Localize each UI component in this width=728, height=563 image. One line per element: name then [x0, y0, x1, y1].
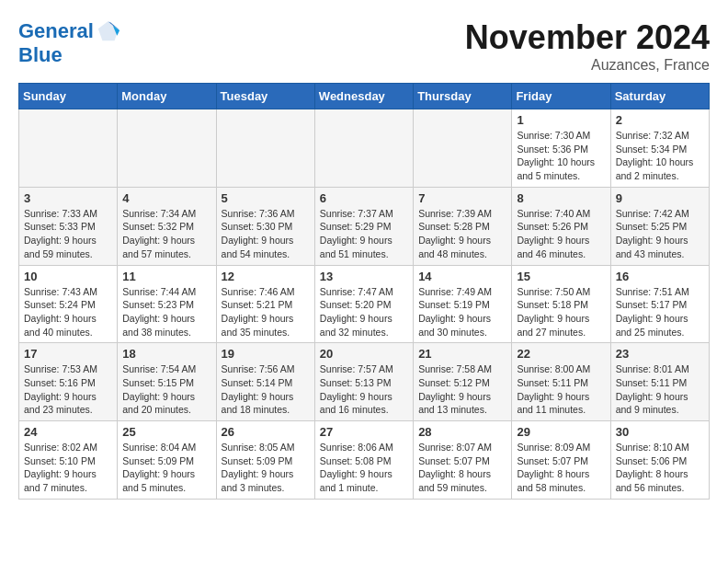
- day-number: 1: [517, 113, 605, 127]
- day-info: Sunrise: 7:40 AM Sunset: 5:26 PM Dayligh…: [517, 207, 605, 261]
- day-number: 2: [616, 113, 704, 127]
- logo: General Blue: [18, 18, 123, 66]
- calendar-cell: 17Sunrise: 7:53 AM Sunset: 5:16 PM Dayli…: [19, 343, 118, 421]
- day-info: Sunrise: 8:09 AM Sunset: 5:07 PM Dayligh…: [517, 441, 605, 495]
- calendar-cell: 29Sunrise: 8:09 AM Sunset: 5:07 PM Dayli…: [512, 421, 610, 500]
- day-header-monday: Monday: [118, 84, 216, 109]
- calendar-cell: 30Sunrise: 8:10 AM Sunset: 5:06 PM Dayli…: [610, 421, 709, 500]
- week-row-1: 1Sunrise: 7:30 AM Sunset: 5:36 PM Daylig…: [19, 109, 710, 188]
- calendar-cell: 28Sunrise: 8:07 AM Sunset: 5:07 PM Dayli…: [414, 421, 512, 500]
- calendar-cell: 9Sunrise: 7:42 AM Sunset: 5:25 PM Daylig…: [610, 187, 709, 265]
- day-info: Sunrise: 7:57 AM Sunset: 5:13 PM Dayligh…: [320, 362, 408, 417]
- day-info: Sunrise: 8:07 AM Sunset: 5:07 PM Dayligh…: [418, 441, 506, 495]
- day-info: Sunrise: 7:36 AM Sunset: 5:30 PM Dayligh…: [222, 207, 310, 261]
- day-info: Sunrise: 8:01 AM Sunset: 5:11 PM Dayligh…: [616, 362, 704, 417]
- day-info: Sunrise: 8:00 AM Sunset: 5:11 PM Dayligh…: [517, 362, 605, 417]
- logo-icon: [96, 18, 121, 44]
- day-info: Sunrise: 7:39 AM Sunset: 5:28 PM Dayligh…: [418, 207, 506, 261]
- header: General Blue November 2024 Auzances, Fra…: [18, 18, 710, 74]
- day-number: 3: [24, 191, 112, 205]
- calendar-table: SundayMondayTuesdayWednesdayThursdayFrid…: [18, 83, 710, 500]
- day-number: 17: [24, 347, 112, 361]
- day-info: Sunrise: 7:46 AM Sunset: 5:21 PM Dayligh…: [222, 285, 310, 339]
- location: Auzances, France: [465, 57, 710, 74]
- day-number: 18: [122, 347, 210, 361]
- week-row-3: 10Sunrise: 7:43 AM Sunset: 5:24 PM Dayli…: [19, 265, 710, 343]
- day-number: 13: [320, 270, 408, 283]
- day-info: Sunrise: 7:34 AM Sunset: 5:32 PM Dayligh…: [122, 207, 210, 261]
- day-header-tuesday: Tuesday: [216, 84, 314, 109]
- day-number: 22: [517, 347, 605, 361]
- day-number: 24: [24, 425, 112, 439]
- day-info: Sunrise: 7:43 AM Sunset: 5:24 PM Dayligh…: [24, 285, 112, 339]
- calendar-cell: [19, 109, 118, 188]
- calendar-cell: [118, 109, 216, 188]
- day-number: 4: [122, 191, 210, 205]
- month-title: November 2024: [465, 18, 710, 57]
- day-number: 27: [320, 425, 408, 439]
- calendar-cell: 15Sunrise: 7:50 AM Sunset: 5:18 PM Dayli…: [512, 265, 610, 343]
- day-number: 5: [222, 191, 310, 205]
- calendar-cell: 7Sunrise: 7:39 AM Sunset: 5:28 PM Daylig…: [414, 187, 512, 265]
- day-info: Sunrise: 8:10 AM Sunset: 5:06 PM Dayligh…: [616, 441, 704, 495]
- calendar-cell: 20Sunrise: 7:57 AM Sunset: 5:13 PM Dayli…: [314, 343, 413, 421]
- day-info: Sunrise: 7:42 AM Sunset: 5:25 PM Dayligh…: [616, 207, 704, 261]
- day-info: Sunrise: 8:02 AM Sunset: 5:10 PM Dayligh…: [24, 441, 112, 495]
- header-row: SundayMondayTuesdayWednesdayThursdayFrid…: [19, 84, 710, 109]
- calendar-cell: 27Sunrise: 8:06 AM Sunset: 5:08 PM Dayli…: [314, 421, 413, 500]
- day-info: Sunrise: 7:56 AM Sunset: 5:14 PM Dayligh…: [222, 362, 310, 417]
- calendar-cell: 3Sunrise: 7:33 AM Sunset: 5:33 PM Daylig…: [19, 187, 118, 265]
- day-info: Sunrise: 8:04 AM Sunset: 5:09 PM Dayligh…: [122, 441, 210, 495]
- calendar-cell: 4Sunrise: 7:34 AM Sunset: 5:32 PM Daylig…: [118, 187, 216, 265]
- day-number: 23: [616, 347, 704, 361]
- calendar-cell: 25Sunrise: 8:04 AM Sunset: 5:09 PM Dayli…: [118, 421, 216, 500]
- calendar-cell: 5Sunrise: 7:36 AM Sunset: 5:30 PM Daylig…: [216, 187, 314, 265]
- day-header-saturday: Saturday: [610, 84, 709, 109]
- title-area: November 2024 Auzances, France: [465, 18, 710, 74]
- calendar-cell: [314, 109, 413, 188]
- day-info: Sunrise: 8:06 AM Sunset: 5:08 PM Dayligh…: [320, 441, 408, 495]
- day-number: 30: [616, 425, 704, 439]
- calendar-cell: 22Sunrise: 8:00 AM Sunset: 5:11 PM Dayli…: [512, 343, 610, 421]
- day-info: Sunrise: 7:32 AM Sunset: 5:34 PM Dayligh…: [616, 129, 704, 183]
- calendar-cell: 18Sunrise: 7:54 AM Sunset: 5:15 PM Dayli…: [118, 343, 216, 421]
- day-header-sunday: Sunday: [19, 84, 118, 109]
- calendar-cell: 2Sunrise: 7:32 AM Sunset: 5:34 PM Daylig…: [610, 109, 709, 188]
- day-info: Sunrise: 7:50 AM Sunset: 5:18 PM Dayligh…: [517, 285, 605, 339]
- calendar-cell: 11Sunrise: 7:44 AM Sunset: 5:23 PM Dayli…: [118, 265, 216, 343]
- week-row-5: 24Sunrise: 8:02 AM Sunset: 5:10 PM Dayli…: [19, 421, 710, 500]
- logo-text2: Blue: [18, 44, 123, 66]
- calendar-cell: 16Sunrise: 7:51 AM Sunset: 5:17 PM Dayli…: [610, 265, 709, 343]
- day-number: 15: [517, 270, 605, 283]
- day-number: 19: [222, 347, 310, 361]
- day-number: 20: [320, 347, 408, 361]
- calendar-cell: 14Sunrise: 7:49 AM Sunset: 5:19 PM Dayli…: [414, 265, 512, 343]
- day-number: 21: [418, 347, 506, 361]
- day-number: 6: [320, 191, 408, 205]
- calendar-cell: 21Sunrise: 7:58 AM Sunset: 5:12 PM Dayli…: [414, 343, 512, 421]
- calendar-cell: 12Sunrise: 7:46 AM Sunset: 5:21 PM Dayli…: [216, 265, 314, 343]
- day-number: 28: [418, 425, 506, 439]
- calendar-cell: 23Sunrise: 8:01 AM Sunset: 5:11 PM Dayli…: [610, 343, 709, 421]
- calendar-cell: 1Sunrise: 7:30 AM Sunset: 5:36 PM Daylig…: [512, 109, 610, 188]
- calendar-cell: 24Sunrise: 8:02 AM Sunset: 5:10 PM Dayli…: [19, 421, 118, 500]
- day-number: 16: [616, 270, 704, 283]
- day-number: 9: [616, 191, 704, 205]
- day-info: Sunrise: 7:53 AM Sunset: 5:16 PM Dayligh…: [24, 362, 112, 417]
- day-info: Sunrise: 8:05 AM Sunset: 5:09 PM Dayligh…: [222, 441, 310, 495]
- day-number: 12: [222, 270, 310, 283]
- calendar-cell: 19Sunrise: 7:56 AM Sunset: 5:14 PM Dayli…: [216, 343, 314, 421]
- day-info: Sunrise: 7:30 AM Sunset: 5:36 PM Dayligh…: [517, 129, 605, 183]
- day-info: Sunrise: 7:37 AM Sunset: 5:29 PM Dayligh…: [320, 207, 408, 261]
- logo-text: General: [18, 20, 94, 42]
- day-number: 26: [222, 425, 310, 439]
- calendar-cell: 10Sunrise: 7:43 AM Sunset: 5:24 PM Dayli…: [19, 265, 118, 343]
- day-number: 10: [24, 270, 112, 283]
- calendar-cell: [414, 109, 512, 188]
- day-header-wednesday: Wednesday: [314, 84, 413, 109]
- calendar-cell: 13Sunrise: 7:47 AM Sunset: 5:20 PM Dayli…: [314, 265, 413, 343]
- day-info: Sunrise: 7:44 AM Sunset: 5:23 PM Dayligh…: [122, 285, 210, 339]
- week-row-2: 3Sunrise: 7:33 AM Sunset: 5:33 PM Daylig…: [19, 187, 710, 265]
- calendar-cell: 26Sunrise: 8:05 AM Sunset: 5:09 PM Dayli…: [216, 421, 314, 500]
- day-header-friday: Friday: [512, 84, 610, 109]
